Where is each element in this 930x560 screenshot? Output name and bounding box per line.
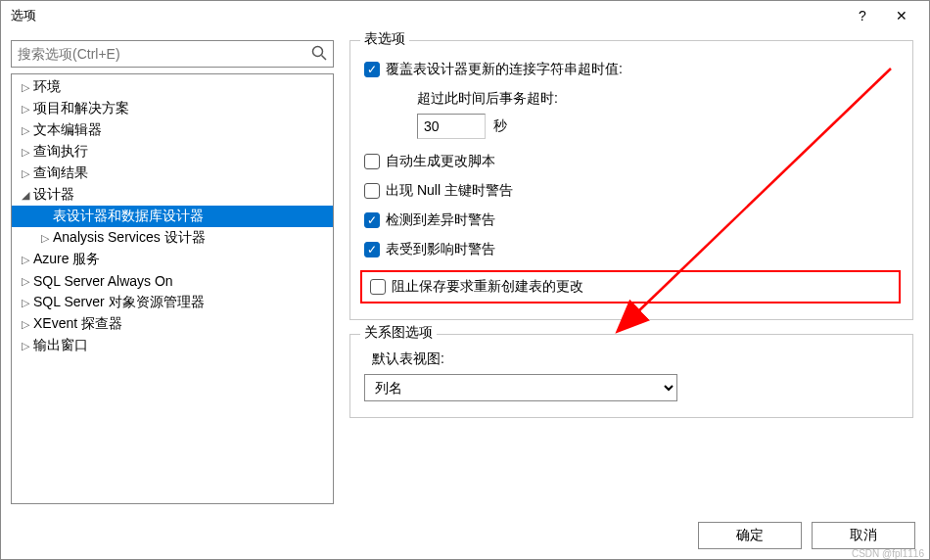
tree-arrow-icon: ▷ <box>18 254 33 266</box>
group-title-table: 表选项 <box>360 30 409 48</box>
tree-item-label: 表设计器和数据库设计器 <box>53 208 204 225</box>
prevent-save-row[interactable]: 阻止保存要求重新创建表的更改 <box>370 278 891 296</box>
tree-item-label: SQL Server Always On <box>33 273 173 289</box>
affect-warn-row[interactable]: ✓ 表受到影响时警告 <box>364 241 899 258</box>
search-input[interactable] <box>11 40 334 68</box>
tree-item-1[interactable]: ▷项目和解决方案 <box>12 98 333 119</box>
tree-arrow-icon: ◢ <box>18 189 33 202</box>
auto-script-row[interactable]: 自动生成更改脚本 <box>364 153 899 170</box>
help-icon: ? <box>859 8 866 23</box>
tree-item-label: 设计器 <box>33 186 74 204</box>
tree-item-label: 文本编辑器 <box>33 121 102 139</box>
affect-warn-label: 表受到影响时警告 <box>386 241 495 258</box>
null-warn-label: 出现 Null 主键时警告 <box>386 182 513 200</box>
tree-arrow-icon: ▷ <box>18 124 33 137</box>
auto-script-checkbox[interactable] <box>364 154 380 169</box>
prevent-save-label: 阻止保存要求重新创建表的更改 <box>392 278 583 296</box>
auto-script-label: 自动生成更改脚本 <box>386 153 495 170</box>
tree-item-3[interactable]: ▷查询执行 <box>12 141 333 163</box>
titlebar: 选项 ? ✕ <box>1 1 929 30</box>
diagram-options-group: 关系图选项 默认表视图: 列名 <box>349 334 913 418</box>
tree-item-4[interactable]: ▷查询结果 <box>12 163 333 184</box>
diff-warn-checkbox[interactable]: ✓ <box>364 212 380 228</box>
timeout-input[interactable] <box>417 114 486 139</box>
cancel-button[interactable]: 取消 <box>812 522 915 549</box>
prevent-save-highlight: 阻止保存要求重新创建表的更改 <box>360 270 901 303</box>
tree-arrow-icon: ▷ <box>37 232 53 245</box>
tree-arrow-icon: ▷ <box>18 146 33 159</box>
tree-item-8[interactable]: ▷Azure 服务 <box>12 249 333 270</box>
tree-item-label: 输出窗口 <box>33 337 88 354</box>
tree-item-0[interactable]: ▷环境 <box>12 76 333 98</box>
search-wrap <box>11 40 334 68</box>
tree-item-10[interactable]: ▷SQL Server 对象资源管理器 <box>12 292 333 313</box>
help-button[interactable]: ? <box>843 2 882 29</box>
timeout-unit: 秒 <box>493 117 507 135</box>
tree-item-11[interactable]: ▷XEvent 探查器 <box>12 313 333 335</box>
right-panel: 表选项 ✓ 覆盖表设计器更新的连接字符串超时值: 超过此时间后事务超时: 秒 自… <box>344 40 919 504</box>
tree-item-label: XEvent 探查器 <box>33 315 122 333</box>
svg-line-1 <box>322 56 327 61</box>
options-dialog: 选项 ? ✕ ▷环境▷项目和解决方案▷文本编辑器▷查询执行▷查询结果◢设计器表设… <box>0 0 930 560</box>
default-view-select[interactable]: 列名 <box>364 374 677 401</box>
override-connstring-checkbox[interactable]: ✓ <box>364 62 380 77</box>
null-warn-checkbox[interactable] <box>364 183 380 199</box>
tree-item-6[interactable]: 表设计器和数据库设计器 <box>12 206 333 227</box>
search-icon[interactable] <box>310 44 328 66</box>
tree-item-label: 查询结果 <box>33 164 88 182</box>
tree-item-label: Azure 服务 <box>33 251 100 268</box>
tree-item-12[interactable]: ▷输出窗口 <box>12 335 333 356</box>
override-connstring-label: 覆盖表设计器更新的连接字符串超时值: <box>386 61 623 78</box>
ok-button[interactable]: 确定 <box>698 522 802 549</box>
timeout-section: 超过此时间后事务超时: 秒 <box>394 90 899 139</box>
tree-arrow-icon: ▷ <box>18 318 33 331</box>
tree-item-7[interactable]: ▷Analysis Services 设计器 <box>12 227 333 249</box>
tree-arrow-icon: ▷ <box>18 340 33 352</box>
override-connstring-row[interactable]: ✓ 覆盖表设计器更新的连接字符串超时值: <box>364 61 899 78</box>
tree-item-label: 项目和解决方案 <box>33 100 129 117</box>
table-options-group: 表选项 ✓ 覆盖表设计器更新的连接字符串超时值: 超过此时间后事务超时: 秒 自… <box>349 40 913 320</box>
close-icon: ✕ <box>896 8 907 23</box>
options-tree[interactable]: ▷环境▷项目和解决方案▷文本编辑器▷查询执行▷查询结果◢设计器表设计器和数据库设… <box>11 73 334 504</box>
tree-item-label: Analysis Services 设计器 <box>53 229 206 247</box>
null-warn-row[interactable]: 出现 Null 主键时警告 <box>364 182 899 200</box>
group-title-diagram: 关系图选项 <box>360 324 437 342</box>
tree-arrow-icon: ▷ <box>18 103 33 116</box>
close-button[interactable]: ✕ <box>882 2 921 29</box>
prevent-save-checkbox[interactable] <box>370 279 386 295</box>
svg-point-0 <box>313 47 323 57</box>
affect-warn-checkbox[interactable]: ✓ <box>364 242 380 257</box>
default-view-label: 默认表视图: <box>372 350 899 368</box>
watermark: CSDN @fpl1116 <box>852 548 924 559</box>
tree-item-label: 环境 <box>33 78 61 96</box>
tree-item-9[interactable]: ▷SQL Server Always On <box>12 270 333 292</box>
tree-arrow-icon: ▷ <box>18 81 33 94</box>
tree-arrow-icon: ▷ <box>18 275 33 288</box>
left-panel: ▷环境▷项目和解决方案▷文本编辑器▷查询执行▷查询结果◢设计器表设计器和数据库设… <box>11 40 334 504</box>
timeout-label: 超过此时间后事务超时: <box>417 90 899 108</box>
dialog-title: 选项 <box>11 7 843 24</box>
tree-item-2[interactable]: ▷文本编辑器 <box>12 119 333 141</box>
tree-item-label: 查询执行 <box>33 143 88 161</box>
tree-arrow-icon: ▷ <box>18 297 33 309</box>
tree-item-5[interactable]: ◢设计器 <box>12 184 333 206</box>
content-area: ▷环境▷项目和解决方案▷文本编辑器▷查询执行▷查询结果◢设计器表设计器和数据库设… <box>1 30 929 512</box>
diff-warn-row[interactable]: ✓ 检测到差异时警告 <box>364 211 899 229</box>
diff-warn-label: 检测到差异时警告 <box>386 211 495 229</box>
tree-item-label: SQL Server 对象资源管理器 <box>33 294 205 311</box>
dialog-footer: 确定 取消 <box>1 512 929 559</box>
tree-arrow-icon: ▷ <box>18 167 33 180</box>
